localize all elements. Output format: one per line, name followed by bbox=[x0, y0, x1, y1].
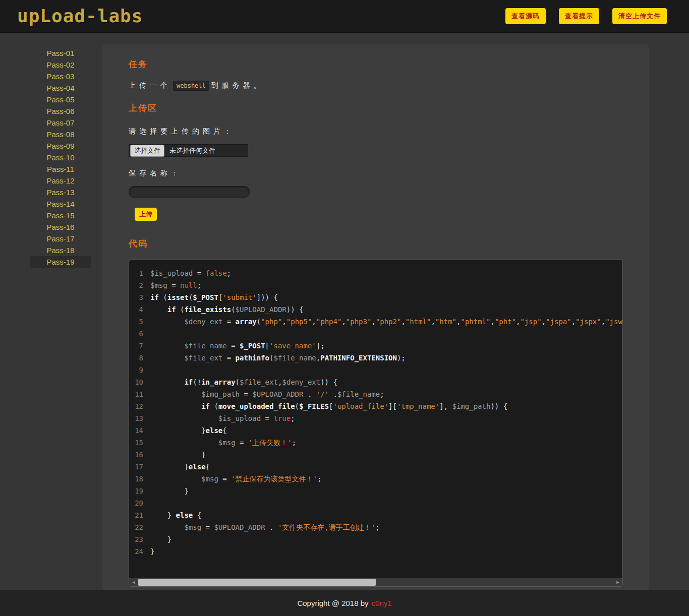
line-content: }else{ bbox=[150, 424, 227, 437]
line-content: } bbox=[150, 545, 154, 558]
save-name-input[interactable] bbox=[129, 186, 250, 198]
sidebar-item-pass-19[interactable]: Pass-19 bbox=[30, 256, 91, 268]
line-number: 19 bbox=[129, 485, 150, 497]
line-number: 2 bbox=[129, 279, 150, 291]
content-area: Pass-01Pass-02Pass-03Pass-04Pass-05Pass-… bbox=[0, 33, 689, 616]
line-number: 1 bbox=[129, 267, 150, 279]
footer: Copyright @ 2018 by c0ny1 bbox=[0, 590, 689, 616]
sidebar-item-pass-02[interactable]: Pass-02 bbox=[30, 59, 91, 71]
sidebar-item-pass-16[interactable]: Pass-16 bbox=[30, 221, 91, 233]
code-line-13: 13 $is_upload = true; bbox=[129, 412, 622, 424]
code-line-6: 6 bbox=[129, 328, 622, 340]
line-number: 11 bbox=[129, 388, 150, 400]
code-line-19: 19 } bbox=[129, 485, 622, 497]
scrollbar-thumb[interactable] bbox=[138, 579, 376, 586]
line-content: } else { bbox=[150, 509, 201, 521]
line-content: $is_upload = true; bbox=[150, 412, 295, 424]
sidebar-item-pass-08[interactable]: Pass-08 bbox=[30, 129, 91, 140]
sidebar-list: Pass-01Pass-02Pass-03Pass-04Pass-05Pass-… bbox=[30, 47, 91, 268]
sidebar-item-pass-01[interactable]: Pass-01 bbox=[30, 47, 91, 59]
code-line-5: 5 $deny_ext = array("php","php5","php4",… bbox=[129, 316, 622, 328]
header-buttons: 查看源码查看提示清空上传文件 bbox=[505, 8, 667, 24]
horizontal-scrollbar[interactable]: ◄ ► bbox=[129, 578, 622, 586]
line-content: $is_upload = false; bbox=[150, 267, 231, 279]
webshell-chip: webshell bbox=[173, 81, 209, 91]
task-heading: 任务 bbox=[129, 58, 623, 70]
task-text-after: 到服务器。 bbox=[211, 81, 264, 89]
line-number: 20 bbox=[129, 497, 150, 509]
line-number: 13 bbox=[129, 412, 150, 424]
choose-file-button[interactable]: 选择文件 bbox=[130, 145, 164, 157]
line-content: $file_ext = pathinfo($file_name,PATHINFO… bbox=[150, 352, 406, 364]
line-content: $msg = '上传失败！'; bbox=[150, 437, 296, 449]
line-number: 18 bbox=[129, 473, 150, 485]
code-line-21: 21 } else { bbox=[129, 509, 622, 521]
sidebar-item-pass-06[interactable]: Pass-06 bbox=[30, 105, 91, 117]
code-line-7: 7 $file_name = $_POST['save_name']; bbox=[129, 340, 622, 352]
file-status-text: 未选择任何文件 bbox=[165, 146, 219, 155]
line-content: $msg = '禁止保存为该类型文件！'; bbox=[150, 473, 321, 485]
sidebar-item-pass-14[interactable]: Pass-14 bbox=[30, 198, 91, 210]
scroll-right-icon[interactable]: ► bbox=[613, 578, 622, 586]
sidebar-item-pass-10[interactable]: Pass-10 bbox=[30, 152, 91, 163]
line-content: if (isset($_POST['submit'])) { bbox=[150, 291, 278, 303]
sidebar-item-pass-05[interactable]: Pass-05 bbox=[30, 94, 91, 105]
line-number: 16 bbox=[129, 449, 150, 461]
line-content: } bbox=[150, 449, 206, 461]
sidebar-item-pass-13[interactable]: Pass-13 bbox=[30, 187, 91, 198]
line-content: } bbox=[150, 533, 171, 545]
scroll-left-icon[interactable]: ◄ bbox=[129, 578, 138, 586]
sidebar-item-pass-18[interactable]: Pass-18 bbox=[30, 244, 91, 256]
line-number: 15 bbox=[129, 437, 150, 449]
code-line-15: 15 $msg = '上传失败！'; bbox=[129, 437, 622, 449]
line-number: 17 bbox=[129, 461, 150, 473]
code-line-3: 3if (isset($_POST['submit'])) { bbox=[129, 291, 622, 303]
line-content: if(!in_array($file_ext,$deny_ext)) { bbox=[150, 376, 337, 388]
line-number: 21 bbox=[129, 509, 150, 521]
code-line-23: 23 } bbox=[129, 533, 622, 545]
line-content: $file_name = $_POST['save_name']; bbox=[150, 340, 325, 352]
sidebar: Pass-01Pass-02Pass-03Pass-04Pass-05Pass-… bbox=[0, 33, 102, 268]
sidebar-item-pass-11[interactable]: Pass-11 bbox=[30, 163, 91, 175]
line-content: $img_path = $UPLOAD_ADDR . '/' .$file_na… bbox=[150, 388, 384, 400]
view-hint-button[interactable]: 查看提示 bbox=[559, 8, 599, 24]
line-number: 24 bbox=[129, 545, 150, 558]
clear-uploads-button[interactable]: 清空上传文件 bbox=[612, 8, 667, 24]
code-line-16: 16 } bbox=[129, 449, 622, 461]
line-content: if (file_exists($UPLOAD_ADDR)) { bbox=[150, 303, 303, 316]
code-lines: 1$is_upload = false;2$msg = null;3if (is… bbox=[129, 267, 622, 578]
code-line-12: 12 if (move_uploaded_file($_FILES['uploa… bbox=[129, 400, 622, 412]
main-panel: 任务 上传一个webshell到服务器。 上传区 请选择要上传的图片： 选择文件… bbox=[102, 44, 649, 616]
scrollbar-track[interactable] bbox=[138, 578, 613, 586]
sidebar-item-pass-09[interactable]: Pass-09 bbox=[30, 140, 91, 152]
line-number: 23 bbox=[129, 533, 150, 545]
sidebar-item-pass-03[interactable]: Pass-03 bbox=[30, 71, 91, 82]
line-content: if (move_uploaded_file($_FILES['upload_f… bbox=[150, 400, 507, 412]
line-number: 22 bbox=[129, 521, 150, 533]
code-panel: 1$is_upload = false;2$msg = null;3if (is… bbox=[129, 260, 623, 587]
code-line-20: 20 bbox=[129, 497, 622, 509]
code-line-4: 4 if (file_exists($UPLOAD_ADDR)) { bbox=[129, 303, 622, 316]
line-number: 3 bbox=[129, 291, 150, 303]
line-number: 14 bbox=[129, 424, 150, 437]
line-content: } bbox=[150, 485, 189, 497]
sidebar-item-pass-12[interactable]: Pass-12 bbox=[30, 175, 91, 187]
line-number: 7 bbox=[129, 340, 150, 352]
code-heading: 代码 bbox=[129, 238, 623, 250]
line-number: 4 bbox=[129, 303, 150, 316]
line-number: 8 bbox=[129, 352, 150, 364]
save-name-label: 保存名称： bbox=[129, 169, 623, 178]
code-line-22: 22 $msg = $UPLOAD_ADDR . '文件夹不存在,请手工创建！'… bbox=[129, 521, 622, 533]
line-content: }else{ bbox=[150, 461, 210, 473]
sidebar-item-pass-07[interactable]: Pass-07 bbox=[30, 117, 91, 129]
sidebar-item-pass-15[interactable]: Pass-15 bbox=[30, 210, 91, 221]
task-text-before: 上传一个 bbox=[129, 81, 171, 89]
author-link[interactable]: c0ny1 bbox=[372, 599, 392, 607]
header: upLoad-labs 查看源码查看提示清空上传文件 bbox=[0, 0, 689, 33]
line-content: $msg = null; bbox=[150, 279, 201, 291]
sidebar-item-pass-17[interactable]: Pass-17 bbox=[30, 233, 91, 244]
sidebar-item-pass-04[interactable]: Pass-04 bbox=[30, 82, 91, 94]
view-source-button[interactable]: 查看源码 bbox=[505, 8, 546, 24]
file-input[interactable]: 选择文件 未选择任何文件 bbox=[129, 144, 248, 157]
upload-button[interactable]: 上传 bbox=[135, 208, 157, 221]
